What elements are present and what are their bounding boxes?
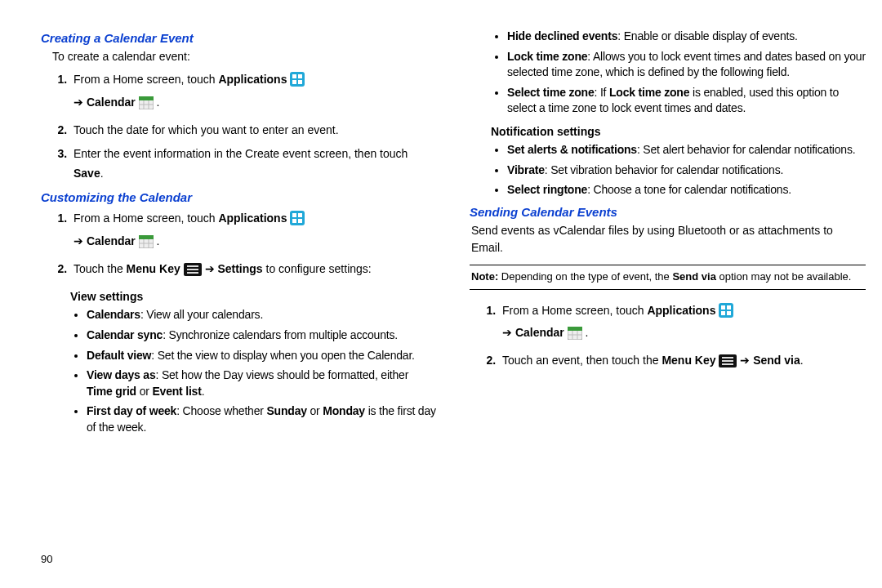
intro-text: To create a calendar event: <box>52 48 437 65</box>
vs2-hide: Hide declined events: Enable or disable … <box>507 29 866 45</box>
svg-rect-28 <box>727 311 731 315</box>
svg-rect-24 <box>719 303 733 318</box>
step-3: Enter the event information in the Creat… <box>70 145 437 184</box>
svg-rect-25 <box>721 305 725 310</box>
ns-ringtone: Select ringtone: Choose a tone for calen… <box>507 182 866 198</box>
cust-step-2: Touch the Menu Key ➔ Settings to configu… <box>70 260 437 283</box>
vs-firstday: First day of week: Choose whether Sunday… <box>87 403 437 435</box>
svg-rect-1 <box>292 74 296 78</box>
svg-rect-21 <box>187 265 198 267</box>
subhead-notif: Notification settings <box>491 125 866 138</box>
applications-icon <box>290 211 305 232</box>
calendar-icon <box>139 96 154 116</box>
menu-key-icon <box>184 263 202 283</box>
svg-rect-35 <box>722 357 733 359</box>
sending-intro: Send events as vCalendar files by using … <box>471 222 866 256</box>
note-box: Note: Depending on the type of event, th… <box>470 265 866 290</box>
svg-rect-4 <box>298 80 302 84</box>
svg-rect-27 <box>721 311 725 315</box>
right-column: Hide declined events: Enable or disable … <box>470 24 866 580</box>
step-1: From a Home screen, touch Applications ➔… <box>70 70 437 116</box>
svg-rect-11 <box>292 213 296 217</box>
svg-rect-0 <box>290 72 305 87</box>
left-column: Creating a Calendar Event To create a ca… <box>41 24 437 580</box>
svg-rect-37 <box>722 363 733 365</box>
vs2-lock: Lock time zone: Allows you to lock event… <box>507 49 866 81</box>
send-step-2: Touch an event, then touch the Menu Key … <box>499 351 866 374</box>
applications-icon <box>290 72 305 93</box>
section-customizing: Customizing the Calendar <box>41 190 437 204</box>
svg-rect-26 <box>727 305 731 310</box>
vs-calendars: Calendars: View all your calendars. <box>87 307 437 323</box>
svg-rect-14 <box>298 219 302 223</box>
svg-rect-12 <box>298 213 302 217</box>
step-2: Touch the date for which you want to ent… <box>70 121 437 140</box>
section-creating: Creating a Calendar Event <box>41 31 437 45</box>
vs-default: Default view: Set the view to display wh… <box>87 348 437 364</box>
send-step-1: From a Home screen, touch Applications ➔… <box>499 301 866 347</box>
page-number: 90 <box>41 553 52 565</box>
menu-key-icon <box>719 354 737 374</box>
calendar-icon <box>139 235 154 255</box>
svg-rect-3 <box>292 80 296 84</box>
cust-step-1: From a Home screen, touch Applications ➔… <box>70 209 437 255</box>
vs-sync: Calendar sync: Synchronize calendars fro… <box>87 327 437 344</box>
svg-rect-2 <box>298 74 302 78</box>
svg-rect-22 <box>187 269 198 270</box>
svg-rect-23 <box>187 272 198 274</box>
svg-rect-30 <box>568 327 582 331</box>
applications-icon <box>719 303 733 324</box>
svg-rect-36 <box>722 360 733 362</box>
section-sending: Sending Calendar Events <box>470 205 866 219</box>
svg-rect-6 <box>139 96 154 100</box>
ns-vibrate: Vibrate: Set vibration behavior for cale… <box>507 163 866 179</box>
vs-viewdays: View days as: Set how the Day views shou… <box>87 368 437 399</box>
svg-rect-10 <box>290 211 305 225</box>
svg-rect-16 <box>139 235 154 239</box>
svg-rect-13 <box>292 219 296 223</box>
subhead-view-settings: View settings <box>70 290 437 303</box>
vs2-select: Select time zone: If Lock time zone is e… <box>507 85 866 117</box>
ns-alerts: Set alerts & notifications: Set alert be… <box>507 142 866 158</box>
calendar-icon <box>568 327 582 346</box>
